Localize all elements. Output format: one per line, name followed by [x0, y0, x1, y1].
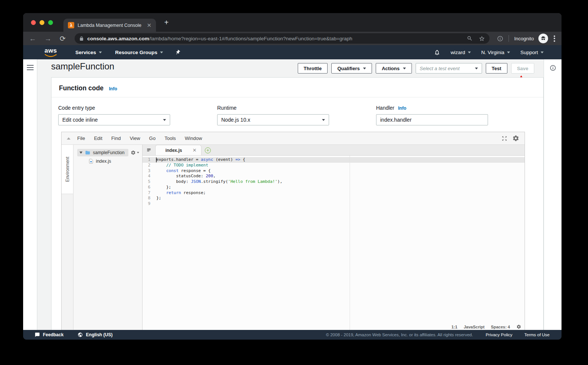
editor-settings-gear-icon[interactable]: [512, 135, 519, 142]
help-info-icon[interactable]: [550, 65, 556, 71]
aws-logo[interactable]: aws: [44, 47, 57, 57]
function-action-buttons: Throttle Qualifiers Actions Select a tes…: [298, 63, 534, 74]
handler-input-wrap: [376, 114, 488, 125]
statusbar-gear-icon[interactable]: [516, 324, 521, 329]
code-area[interactable]: 123456789 exports.handler = async (event…: [143, 156, 525, 330]
browser-tab[interactable]: λ Lambda Management Console ✕: [63, 19, 156, 32]
gutter-line-number[interactable]: 3: [143, 168, 153, 174]
incognito-avatar[interactable]: [538, 34, 548, 43]
url-path: /lambda/home?region=us-east-1#/functions…: [149, 36, 463, 41]
reload-icon[interactable]: ⟳: [60, 35, 66, 42]
runtime-select[interactable]: Node.js 10.x: [217, 114, 329, 125]
qualifiers-button[interactable]: Qualifiers: [331, 63, 372, 74]
gutter-line-number[interactable]: 7: [143, 190, 153, 196]
code-line[interactable]: body: JSON.stringify('Hello from Lambda!…: [156, 179, 525, 185]
editor-menu-edit[interactable]: Edit: [94, 135, 102, 141]
address-bar[interactable]: console.aws.amazon.com /lambda/home?regi…: [75, 33, 490, 44]
extension-info-icon[interactable]: [497, 35, 503, 42]
notifications-bell-icon[interactable]: [434, 49, 440, 56]
tree-expand-caret-icon[interactable]: [79, 152, 82, 154]
function-code-info-link[interactable]: Info: [109, 86, 117, 91]
nav-account[interactable]: wizard: [451, 50, 471, 55]
test-event-select[interactable]: Select a test event: [416, 63, 482, 74]
test-event-placeholder: Select a test event: [420, 66, 460, 71]
tab-list-icon[interactable]: [143, 144, 155, 155]
editor-tab-close-icon[interactable]: ✕: [193, 147, 197, 153]
editor-tab-indexjs[interactable]: index.js ✕: [155, 145, 201, 155]
lambda-favicon-icon: λ: [68, 22, 74, 28]
new-editor-tab-icon[interactable]: +: [205, 147, 211, 153]
code-line[interactable]: };: [156, 196, 525, 201]
editor-menu-find[interactable]: Find: [111, 135, 121, 141]
incognito-icon: [540, 35, 546, 41]
gutter-line-number[interactable]: 5: [143, 179, 153, 185]
code-line[interactable]: // TODO implement: [156, 163, 525, 168]
code-line[interactable]: return response;: [156, 190, 525, 196]
gutter-line-number[interactable]: 4: [143, 174, 153, 179]
browser-window: λ Lambda Management Console ✕ + ← → ⟳ co…: [23, 13, 562, 340]
tab-title: Lambda Management Console: [78, 23, 144, 28]
code-line[interactable]: statusCode: 200,: [156, 174, 525, 179]
save-button[interactable]: Save: [511, 63, 534, 74]
environment-tab[interactable]: Environment: [62, 145, 74, 194]
privacy-policy-link[interactable]: Privacy Policy: [486, 333, 513, 337]
actions-button[interactable]: Actions: [376, 63, 412, 74]
browser-menu-icon[interactable]: [553, 34, 556, 43]
test-button[interactable]: Test: [486, 63, 507, 74]
tree-settings-button[interactable]: [131, 150, 139, 155]
close-window-button[interactable]: [31, 20, 36, 25]
nav-region[interactable]: N. Virginia: [481, 50, 510, 55]
indentation-setting[interactable]: Spaces: 4: [491, 325, 510, 329]
handler-info-link[interactable]: Info: [398, 106, 406, 111]
forward-icon[interactable]: →: [44, 35, 51, 42]
tree-folder-row[interactable]: sampleFunction: [74, 148, 142, 157]
editor-tab-label: index.js: [160, 148, 187, 153]
gutter-line-number[interactable]: 6: [143, 185, 153, 190]
language-mode[interactable]: JavaScript: [464, 325, 485, 329]
editor-menu-tools[interactable]: Tools: [165, 135, 176, 141]
tree-folder-selected[interactable]: sampleFunction: [77, 149, 128, 156]
chevron-down-icon: [163, 119, 166, 121]
feedback-button[interactable]: Feedback: [35, 332, 63, 337]
aws-footer: Feedback English (US) © 2008 - 2019, Ama…: [23, 330, 562, 340]
collapse-menubar-icon[interactable]: [67, 137, 71, 140]
feedback-bubble-icon: [35, 332, 40, 337]
editor-menu-window[interactable]: Window: [185, 135, 202, 141]
chevron-down-icon: [475, 68, 478, 69]
handler-input[interactable]: [380, 117, 484, 123]
js-file-icon: [88, 159, 94, 164]
bookmark-star-icon[interactable]: [479, 35, 485, 42]
terms-of-use-link[interactable]: Terms of Use: [524, 333, 550, 337]
language-button[interactable]: English (US): [78, 332, 112, 337]
globe-icon: [78, 332, 83, 337]
zoom-page-icon[interactable]: [467, 35, 473, 41]
pushpin-icon[interactable]: [174, 49, 182, 56]
editor-menu-view[interactable]: View: [130, 135, 140, 141]
gutter-line-number[interactable]: 1: [143, 157, 153, 163]
nav-services[interactable]: Services: [75, 50, 102, 55]
code-line[interactable]: };: [156, 185, 525, 190]
throttle-button[interactable]: Throttle: [298, 63, 328, 74]
chevron-down-icon: [137, 152, 139, 153]
code-line[interactable]: exports.handler = async (event) => {: [156, 157, 525, 163]
gutter-line-number[interactable]: 9: [143, 201, 153, 207]
new-tab-button[interactable]: +: [162, 18, 171, 27]
nav-support[interactable]: Support: [520, 50, 544, 55]
editor-menu-file[interactable]: File: [77, 135, 85, 141]
tree-file-row[interactable]: index.js: [74, 157, 142, 165]
toolbar-divider: [509, 35, 509, 42]
zoom-window-button[interactable]: [48, 20, 53, 25]
tab-close-icon[interactable]: ✕: [147, 22, 151, 29]
gutter-line-number[interactable]: 8: [143, 196, 153, 201]
editor-menu-go[interactable]: Go: [149, 135, 156, 141]
gutter-line-number[interactable]: 2: [143, 163, 153, 168]
back-icon[interactable]: ←: [29, 35, 36, 42]
browser-tab-strip: λ Lambda Management Console ✕ +: [23, 13, 562, 32]
code-line[interactable]: [156, 201, 525, 207]
code-line[interactable]: const response = {: [156, 168, 525, 174]
hamburger-menu-icon[interactable]: [27, 65, 34, 70]
minimize-window-button[interactable]: [40, 20, 44, 25]
fullscreen-icon[interactable]: [501, 135, 507, 141]
code-entry-type-select[interactable]: Edit code inline: [58, 114, 170, 125]
nav-resource-groups[interactable]: Resource Groups: [115, 50, 163, 55]
